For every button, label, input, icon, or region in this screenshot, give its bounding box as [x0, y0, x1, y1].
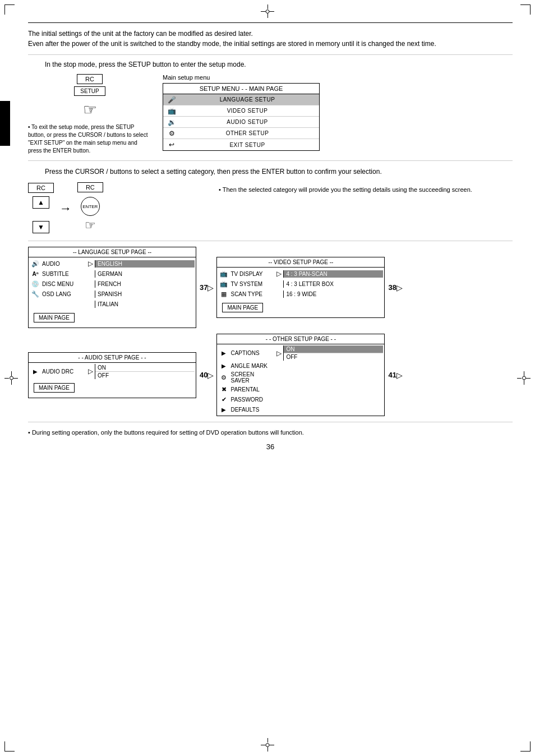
- defaults-icon: ▶: [218, 407, 229, 413]
- press-cursor-text: Press the CURSOR / buttons to select a s…: [45, 167, 513, 177]
- corner-tl: [4, 4, 15, 15]
- menu-item-other: ⚙ OTHER SETUP: [163, 128, 319, 139]
- menu-item-audio: 🔉 AUDIO SETUP: [163, 117, 319, 128]
- other-panel: - - OTHER SETUP PAGE - - ▶ CAPTIONS ▷ ON…: [216, 334, 385, 416]
- audio-drc-options: ON OFF: [95, 364, 195, 379]
- language-main-page: MAIN PAGE: [30, 309, 195, 326]
- subtitle-icon: Aⁿ: [30, 271, 41, 277]
- rc-label-3: RC: [77, 182, 103, 192]
- language-panel: -- LANGUAGE SETUP PAGE -- 🔊 AUDIO ▷ ENGL…: [28, 247, 196, 328]
- language-panel-header: -- LANGUAGE SETUP PAGE --: [29, 247, 196, 257]
- captions-options: ON OFF: [283, 345, 383, 361]
- audio-row-icon: 🔊: [30, 260, 41, 268]
- video-panel: -- VIDEO SETUP PAGE -- 📺 TV DISPLAY ▷ 4 …: [216, 257, 385, 318]
- page-number: 36: [28, 442, 513, 451]
- language-italian-row: ITALIAN: [30, 299, 195, 309]
- enter-btn: ENTER: [81, 197, 100, 216]
- tv-system-options: 4 : 3 LETTER BOX: [283, 280, 383, 288]
- badge-38: 38 ▷: [388, 283, 402, 292]
- language-icon: 🎤: [165, 96, 178, 104]
- other-panel-group: - - OTHER SETUP PAGE - - ▶ CAPTIONS ▷ ON…: [216, 334, 396, 416]
- audio-panel: - - AUDIO SETUP PAGE - - ▶ AUDIO DRC ▷ O…: [28, 352, 196, 398]
- section-divider-3: [28, 241, 513, 241]
- other-captions-row: ▶ CAPTIONS ▷ ON OFF: [218, 345, 383, 361]
- rc-enter-group: RC ENTER ☞: [77, 182, 103, 235]
- section-divider-2: [28, 160, 513, 161]
- language-panel-group: -- LANGUAGE SETUP PAGE -- 🔊 AUDIO ▷ ENGL…: [28, 247, 208, 328]
- other-defaults-row: ▶ DEFAULTS: [218, 404, 383, 414]
- other-angle-row: ▶ ANGLE MARK: [218, 361, 383, 371]
- stop-mode-text: In the stop mode, press the SETUP button…: [45, 61, 513, 68]
- setup-diagram-row: RC SETUP ☞ • To exit the setup mode, pre…: [28, 74, 513, 155]
- rc-arrows-group: RC ▲ ▼: [28, 183, 54, 234]
- badge-37: 37 ▷: [200, 283, 214, 292]
- audio-icon: 🔉: [165, 118, 178, 126]
- other-panel-body: ▶ CAPTIONS ▷ ON OFF ▶ ANGLE MARK: [217, 344, 384, 416]
- parental-icon: ✖: [218, 386, 229, 393]
- menu-item-language: 🎤 LANGUAGE SETUP: [163, 94, 319, 105]
- audio-options: ENGLISH: [95, 260, 195, 268]
- bottom-note: • During setting operation, only the but…: [28, 429, 513, 436]
- top-divider: [28, 22, 513, 23]
- language-panel-body: 🔊 AUDIO ▷ ENGLISH Aⁿ SUBTITLE GERMAN: [29, 257, 196, 328]
- subtitle-options: GERMAN: [95, 270, 195, 278]
- rc-label-2: RC: [28, 183, 54, 193]
- language-subtitle-row: Aⁿ SUBTITLE GERMAN: [30, 269, 195, 279]
- cursor-left-diagram: RC ▲ ▼ → RC ENTER ☞: [28, 182, 207, 235]
- setup-panels-top: -- LANGUAGE SETUP PAGE -- 🔊 AUDIO ▷ ENGL…: [28, 247, 513, 328]
- other-panel-header: - - OTHER SETUP PAGE - -: [217, 334, 384, 344]
- video-panel-header: -- VIDEO SETUP PAGE --: [217, 257, 384, 268]
- corner-br: [520, 741, 531, 752]
- corner-bl: [4, 741, 15, 752]
- audio-panel-group: - - AUDIO SETUP PAGE - - ▶ AUDIO DRC ▷ O…: [28, 334, 208, 416]
- cursor-diagram: RC ▲ ▼ → RC ENTER ☞ • Then the selected …: [28, 182, 513, 235]
- exit-note: • To exit the setup mode, press the SETU…: [28, 123, 151, 155]
- main-menu-title: Main setup menu: [163, 74, 513, 81]
- audio-drc-row: ▶ AUDIO DRC ▷ ON OFF: [30, 364, 195, 379]
- cursor-then-text: • Then the selected category will provid…: [219, 182, 513, 235]
- down-arrow-btn: ▼: [33, 221, 49, 233]
- hand-icon-2: ☞: [85, 218, 96, 233]
- audio-drc-icon: ▶: [30, 368, 41, 375]
- osd-options: SPANISH: [95, 291, 195, 298]
- scan-icon: ▦: [218, 291, 229, 298]
- exit-icon: ↩: [165, 141, 178, 149]
- audio-main-page: MAIN PAGE: [30, 379, 195, 397]
- setup-panels-bottom: - - AUDIO SETUP PAGE - - ▶ AUDIO DRC ▷ O…: [28, 334, 513, 416]
- other-icon: ⚙: [165, 130, 178, 137]
- badge-41: 41 ▷: [388, 371, 402, 380]
- menu-item-video: 📺 VIDEO SETUP: [163, 105, 319, 117]
- black-sidebar: [0, 101, 10, 146]
- tv-display-options: 4 : 3 PAN-SCAN: [283, 270, 383, 278]
- language-audio-row: 🔊 AUDIO ▷ ENGLISH: [30, 259, 195, 269]
- language-disc-row: 💿 DISC MENU FRENCH: [30, 279, 195, 289]
- arrow-buttons: ▲ ▼: [33, 196, 49, 233]
- main-menu-header: SETUP MENU - - MAIN PAGE: [163, 84, 319, 94]
- password-icon: ✔: [218, 396, 229, 403]
- audio-panel-body: ▶ AUDIO DRC ▷ ON OFF MAIN PAGE: [29, 363, 196, 398]
- section-divider-1: [28, 54, 513, 55]
- main-menu-box: SETUP MENU - - MAIN PAGE 🎤 LANGUAGE SETU…: [163, 83, 320, 151]
- setup-diagram-right: Main setup menu SETUP MENU - - MAIN PAGE…: [163, 74, 513, 155]
- other-parental-row: ✖ PARENTAL: [218, 384, 383, 394]
- setup-diagram-left: RC SETUP ☞ • To exit the setup mode, pre…: [28, 74, 151, 155]
- italian-options: ITALIAN: [95, 301, 195, 308]
- disc-icon: 💿: [30, 280, 41, 288]
- video-display-row: 📺 TV DISPLAY ▷ 4 : 3 PAN-SCAN: [218, 269, 383, 279]
- video-main-page: MAIN PAGE: [218, 299, 383, 316]
- other-screensaver-row: ⚙ SCREEN SAVER: [218, 371, 383, 384]
- video-panel-body: 📺 TV DISPLAY ▷ 4 : 3 PAN-SCAN 📺 TV SYSTE…: [217, 268, 384, 317]
- audio-panel-header: - - AUDIO SETUP PAGE - -: [29, 353, 196, 363]
- right-arrow-icon: →: [59, 201, 72, 216]
- disc-options: FRENCH: [95, 280, 195, 288]
- scan-options: 16 : 9 WIDE: [283, 291, 383, 298]
- setup-label: SETUP: [74, 86, 105, 96]
- other-password-row: ✔ PASSWORD: [218, 394, 383, 404]
- tv-system-icon: 📺: [218, 280, 229, 288]
- corner-tr: [520, 4, 531, 15]
- video-icon: 📺: [165, 107, 178, 115]
- video-panel-group: -- VIDEO SETUP PAGE -- 📺 TV DISPLAY ▷ 4 …: [216, 247, 396, 328]
- rc-label: RC: [77, 74, 103, 84]
- screensaver-icon: ⚙: [218, 374, 229, 381]
- video-scan-row: ▦ SCAN TYPE 16 : 9 WIDE: [218, 289, 383, 299]
